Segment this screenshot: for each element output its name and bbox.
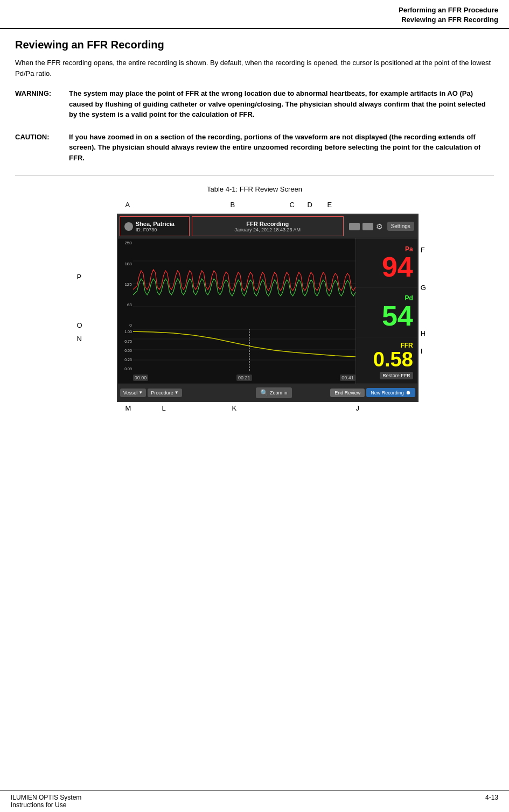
recording-date: January 24, 2012 18:43:23 AM: [234, 227, 301, 232]
patient-details: Shea, Patricia ID: F0730: [136, 221, 175, 232]
gear-icon[interactable]: ⚙: [376, 222, 385, 231]
label-P: P: [77, 273, 82, 281]
label-C: C: [290, 201, 295, 209]
label-D: D: [308, 201, 312, 209]
camera-icon[interactable]: [362, 223, 373, 230]
zoom-in-button[interactable]: 🔍 Zoom in: [256, 387, 292, 398]
time-0: 00:00: [133, 375, 149, 381]
label-K: K: [232, 404, 237, 412]
patient-info-box: Shea, Patricia ID: F0730: [120, 216, 190, 236]
ffr-ratio-svg: [133, 329, 355, 371]
pd-value: 54: [382, 302, 413, 330]
y-009: 0.09: [118, 367, 133, 371]
intro-text: When the FFR recording opens, the entire…: [15, 58, 494, 79]
time-21: 00:21: [236, 375, 252, 381]
y-188: 188: [118, 262, 133, 266]
recording-info-box: FFR Recording January 24, 2012 18:43:23 …: [192, 216, 344, 236]
y-axis-lower: 1.00 0.75 0.50 0.25 0.09: [118, 329, 133, 372]
vessel-arrow: ▼: [138, 390, 143, 395]
waveform-svg-upper: [133, 238, 355, 330]
section-title: Reviewing an FFR Recording: [15, 39, 494, 51]
screen-body: 250 188 125 63 0: [118, 238, 417, 384]
page-header: Performing an FFR Procedure Reviewing an…: [0, 0, 509, 29]
diagram-area: A B C D E P O N Sh: [77, 201, 433, 419]
table-caption: Table 4-1: FFR Review Screen: [15, 185, 494, 193]
left-labels: P O N: [77, 214, 95, 402]
pa-value: 94: [382, 253, 413, 281]
main-content: Reviewing an FFR Recording When the FFR …: [0, 29, 509, 429]
caution-text: If you have zoomed in on a section of th…: [69, 132, 494, 164]
y-075: 0.75: [118, 340, 133, 343]
footer-right: 4-13: [485, 794, 498, 809]
y-025: 0.25: [118, 358, 133, 362]
restore-ffr-button[interactable]: Restore FFR: [380, 372, 413, 379]
warning-block: WARNING: The system may place the point …: [15, 88, 494, 120]
label-H: H: [421, 329, 426, 337]
label-O: O: [77, 321, 82, 329]
y-250: 250: [118, 241, 133, 245]
top-labels: A B C D E: [115, 201, 433, 214]
page-footer: ILUMIEN OPTIS System Instructions for Us…: [0, 790, 509, 812]
header-line1: Performing an FFR Procedure: [11, 5, 498, 15]
recording-title: FFR Recording: [246, 221, 289, 227]
pd-block: Pd 54: [356, 288, 417, 337]
patient-id: ID: F0730: [136, 227, 175, 232]
label-G: G: [421, 284, 426, 292]
waveform-area: 250 188 125 63 0: [118, 238, 355, 384]
time-41: 00:41: [340, 375, 355, 381]
warning-label: WARNING:: [15, 88, 69, 120]
procedure-button[interactable]: Procedure ▼: [148, 389, 182, 397]
y-125: 125: [118, 282, 133, 287]
footer-left: ILUMIEN OPTIS System Instructions for Us…: [11, 794, 81, 809]
values-panel: Pa 94 Pd 54 FFR 0.58 Restore FFR: [355, 238, 417, 384]
y-63: 63: [118, 302, 133, 307]
y-050: 0.50: [118, 349, 133, 352]
right-labels: F G H I: [419, 214, 433, 402]
label-I: I: [421, 347, 423, 355]
vessel-button[interactable]: Vessel ▼: [120, 389, 146, 397]
lower-waveform: 1.00 0.75 0.50 0.25 0.09: [118, 329, 355, 372]
header-icons: ⚙ Settings: [346, 215, 417, 238]
caution-block: CAUTION: If you have zoomed in on a sect…: [15, 132, 494, 164]
ffr-screen: Shea, Patricia ID: F0730 FFR Recording J…: [117, 214, 419, 402]
warning-text: The system may place the point of FFR at…: [69, 88, 494, 120]
patient-avatar: [124, 222, 133, 231]
caution-label: CAUTION:: [15, 132, 69, 164]
label-M: M: [125, 404, 131, 412]
patient-name: Shea, Patricia: [136, 221, 175, 227]
y-axis-upper: 250 188 125 63 0: [118, 238, 133, 330]
upper-waveform: 250 188 125 63 0: [118, 238, 355, 330]
magnify-icon: 🔍: [260, 389, 268, 397]
label-A: A: [125, 201, 130, 209]
procedure-arrow: ▼: [175, 390, 179, 395]
ffr-value: 0.58: [373, 349, 413, 370]
record-icon: ⏺: [406, 390, 411, 396]
settings-button[interactable]: Settings: [387, 222, 414, 231]
y-100: 1.00: [118, 330, 133, 334]
print-icon[interactable]: [349, 223, 360, 230]
label-E: E: [327, 201, 332, 209]
label-F: F: [421, 246, 425, 254]
label-J: J: [356, 404, 360, 412]
bottom-labels: M L K J: [115, 404, 433, 419]
footer-line1: ILUMIEN OPTIS System: [11, 794, 81, 801]
section-divider: [15, 175, 494, 175]
ffr-block: FFR 0.58 Restore FFR: [356, 337, 417, 384]
pa-block: Pa 94: [356, 238, 417, 288]
y-0: 0: [118, 323, 133, 328]
end-review-button[interactable]: End Review: [330, 389, 365, 397]
label-N: N: [77, 335, 82, 343]
header-line2: Reviewing an FFR Recording: [11, 15, 498, 25]
new-recording-button[interactable]: New Recording ⏺: [366, 388, 415, 397]
footer-line2: Instructions for Use: [11, 801, 81, 809]
screen-toolbar: Vessel ▼ Procedure ▼ 🔍 Zoom in End Revie…: [118, 384, 417, 401]
label-B: B: [231, 201, 235, 209]
screen-header: Shea, Patricia ID: F0730 FFR Recording J…: [118, 215, 417, 238]
label-L: L: [162, 404, 166, 412]
time-axis: 00:00 00:21 00:41: [133, 372, 355, 384]
